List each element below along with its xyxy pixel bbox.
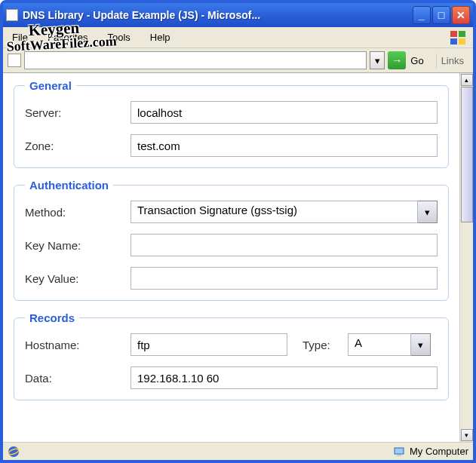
windows-logo-icon — [447, 29, 468, 47]
status-zone: My Computer — [410, 446, 468, 457]
page-icon — [8, 54, 21, 67]
records-legend: Records — [25, 311, 79, 324]
svg-rect-2 — [450, 38, 457, 44]
zone-label: Zone: — [25, 140, 131, 152]
server-input[interactable] — [131, 101, 438, 124]
statusbar: My Computer — [3, 442, 473, 460]
menu-file[interactable]: File — [9, 30, 31, 44]
url-input[interactable] — [24, 51, 367, 69]
titlebar: DNS Library - Update Example (JS) - Micr… — [3, 3, 473, 27]
type-dropdown-button[interactable]: ▾ — [411, 333, 431, 356]
svg-rect-7 — [397, 455, 401, 456]
auth-fieldset: Authentication Method: Transaction Signa… — [14, 179, 449, 301]
scroll-thumb[interactable] — [461, 87, 473, 222]
window: DNS Library - Update Example (JS) - Micr… — [0, 0, 476, 463]
data-label: Data: — [25, 372, 131, 385]
app-icon — [6, 9, 18, 21]
menubar: File Favorites Tools Help — [3, 27, 473, 48]
keyvalue-input[interactable] — [131, 267, 438, 290]
keyname-input[interactable] — [131, 234, 438, 256]
go-label[interactable]: Go — [410, 55, 423, 66]
vertical-scrollbar[interactable]: ▴ ▾ — [459, 73, 473, 442]
svg-rect-6 — [395, 448, 404, 454]
window-title: DNS Library - Update Example (JS) - Micr… — [23, 9, 413, 21]
go-button[interactable]: → — [388, 51, 406, 69]
method-select[interactable]: Transaction Signature (gss-tsig) — [131, 201, 418, 223]
menu-favorites[interactable]: Favorites — [45, 30, 91, 44]
links-label[interactable]: Links — [436, 54, 468, 68]
computer-icon — [393, 446, 405, 458]
general-legend: General — [25, 79, 76, 92]
general-fieldset: General Server: Zone: — [14, 79, 449, 168]
svg-rect-0 — [450, 31, 457, 37]
hostname-label: Hostname: — [25, 339, 131, 351]
scroll-down-button[interactable]: ▾ — [461, 429, 473, 441]
ie-icon — [8, 446, 20, 458]
address-bar: ▾ → Go Links — [3, 48, 473, 73]
maximize-button[interactable]: □ — [432, 6, 450, 24]
method-label: Method: — [25, 206, 131, 219]
menu-tools[interactable]: Tools — [104, 30, 133, 44]
keyvalue-label: Key Value: — [25, 272, 131, 285]
scroll-up-button[interactable]: ▴ — [461, 74, 473, 86]
data-input[interactable] — [131, 366, 438, 389]
url-dropdown-button[interactable]: ▾ — [370, 51, 385, 69]
page-content: General Server: Zone: Authentication Met… — [3, 73, 459, 442]
method-dropdown-button[interactable]: ▾ — [418, 201, 438, 223]
minimize-button[interactable]: _ — [413, 6, 431, 24]
keyname-label: Key Name: — [25, 239, 131, 252]
close-button[interactable]: ✕ — [452, 6, 470, 24]
auth-legend: Authentication — [25, 179, 113, 192]
svg-rect-3 — [459, 38, 465, 44]
server-label: Server: — [25, 106, 131, 119]
type-select[interactable]: A — [348, 333, 411, 356]
records-fieldset: Records Hostname: Type: A ▾ Data: — [14, 311, 449, 400]
zone-input[interactable] — [131, 134, 438, 157]
type-label: Type: — [302, 339, 348, 351]
svg-rect-1 — [459, 31, 465, 37]
hostname-input[interactable] — [131, 333, 287, 356]
menu-help[interactable]: Help — [147, 30, 174, 44]
